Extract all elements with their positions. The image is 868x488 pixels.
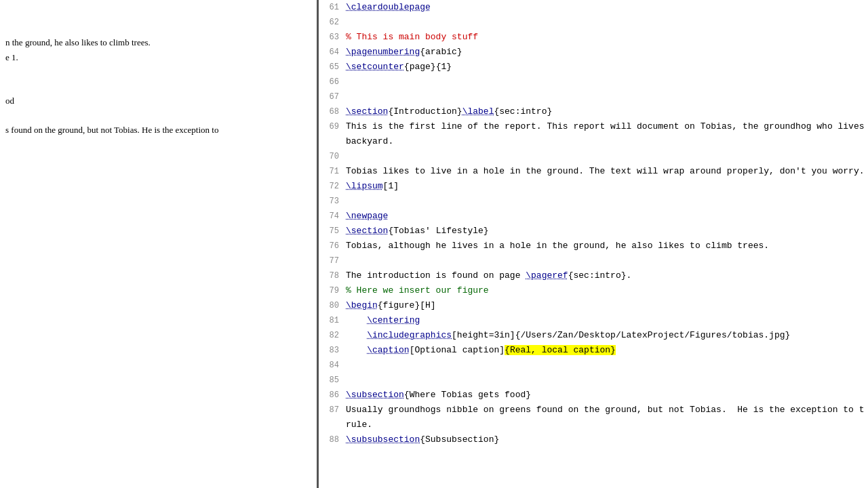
line-number: 76 bbox=[321, 239, 346, 253]
line-content: Tobias likes to live in a hole in the gr… bbox=[346, 164, 865, 179]
line-number: 80 bbox=[321, 298, 346, 313]
line-content: \centering bbox=[346, 313, 865, 328]
line-content: \newpage bbox=[346, 209, 865, 224]
latex-text: {Tobias' Lifestyle} bbox=[388, 226, 488, 236]
code-line[interactable]: 82 \includegraphics[height=3in]{/Users/Z… bbox=[319, 328, 868, 343]
line-number: 77 bbox=[321, 253, 346, 268]
preview-content: n the ground, he also likes to climb tre… bbox=[5, 7, 311, 137]
line-number: 85 bbox=[321, 373, 346, 388]
code-line[interactable]: 75\section{Tobias' Lifestyle} bbox=[319, 224, 868, 239]
code-editor-panel[interactable]: 61\cleardoublepage6263% This is main bod… bbox=[319, 0, 868, 488]
latex-command: \pagenumbering bbox=[346, 47, 420, 57]
line-number: 63 bbox=[321, 30, 346, 45]
latex-command: \lipsum bbox=[346, 181, 383, 191]
latex-command: \centering bbox=[367, 315, 420, 325]
code-line[interactable]: 88\subsubsection{Subsubsection} bbox=[319, 432, 868, 447]
line-number: 86 bbox=[321, 388, 346, 403]
preview-line bbox=[5, 65, 311, 79]
line-content: \lipsum[1] bbox=[346, 179, 865, 194]
preview-line: s found on the ground, but not Tobias. H… bbox=[5, 123, 311, 137]
code-line[interactable]: 64\pagenumbering{arabic} bbox=[319, 45, 868, 60]
line-content: Usually groundhogs nibble on greens foun… bbox=[346, 403, 865, 418]
latex-text: {Subsubsection} bbox=[420, 434, 499, 445]
code-line[interactable]: 71Tobias likes to live in a hole in the … bbox=[319, 164, 868, 179]
latex-command: \label bbox=[462, 106, 494, 117]
line-number: 71 bbox=[321, 164, 346, 179]
line-content: \begin{figure}[H] bbox=[346, 298, 865, 313]
latex-text bbox=[346, 315, 367, 325]
latex-text: This is the first line of the report. Th… bbox=[346, 121, 868, 131]
preview-line bbox=[5, 109, 311, 123]
code-line[interactable]: 62 bbox=[319, 15, 868, 30]
code-line[interactable]: 87Usually groundhogs nibble on greens fo… bbox=[319, 403, 868, 418]
code-line[interactable]: 83 \caption[Optional caption]{Real, loca… bbox=[319, 343, 868, 358]
latex-command: \newpage bbox=[346, 211, 388, 221]
code-line[interactable]: 70 bbox=[319, 149, 868, 164]
latex-text bbox=[346, 345, 367, 355]
line-number: 62 bbox=[321, 15, 346, 30]
latex-command: \subsubsection bbox=[346, 434, 420, 445]
latex-text: {arabic} bbox=[420, 47, 462, 57]
latex-text: Tobias likes to live in a hole in the gr… bbox=[346, 166, 865, 176]
line-number: 61 bbox=[321, 0, 346, 15]
code-line[interactable]: 66 bbox=[319, 75, 868, 89]
line-number: 81 bbox=[321, 313, 346, 328]
line-content: The introduction is found on page \pager… bbox=[346, 268, 865, 283]
preview-line bbox=[5, 22, 311, 35]
latex-command: \subsection bbox=[346, 390, 404, 400]
line-number: 68 bbox=[321, 104, 346, 119]
latex-command: \section bbox=[346, 106, 388, 117]
code-area[interactable]: 61\cleardoublepage6263% This is main bod… bbox=[319, 0, 868, 488]
code-line[interactable]: 74\newpage bbox=[319, 209, 868, 224]
code-line[interactable]: 81 \centering bbox=[319, 313, 868, 328]
line-number: 87 bbox=[321, 403, 346, 418]
line-content: % Here we insert our figure bbox=[346, 283, 865, 298]
preview-line: e 1. bbox=[5, 51, 311, 64]
line-number: 69 bbox=[321, 119, 346, 134]
latex-text bbox=[346, 330, 367, 340]
code-line[interactable]: 79% Here we insert our figure bbox=[319, 283, 868, 298]
code-line[interactable]: 80\begin{figure}[H] bbox=[319, 298, 868, 313]
code-line[interactable]: 68\section{Introduction}\label{sec:intro… bbox=[319, 104, 868, 119]
line-number: 66 bbox=[321, 75, 346, 89]
preview-line bbox=[5, 80, 311, 94]
latex-text: {Introduction} bbox=[388, 106, 462, 117]
code-line[interactable]: 69This is the first line of the report. … bbox=[319, 119, 868, 134]
latex-command: \caption bbox=[367, 345, 409, 355]
line-number: 72 bbox=[321, 179, 346, 194]
highlighted-text: {Real, local caption} bbox=[505, 345, 616, 355]
preview-line bbox=[5, 7, 311, 20]
code-line[interactable]: backyard. bbox=[319, 134, 868, 149]
latex-text: {Where Tobias gets food} bbox=[404, 390, 531, 400]
line-content: rule. bbox=[346, 418, 865, 432]
code-line[interactable]: 63% This is main body stuff bbox=[319, 30, 868, 45]
code-line[interactable]: 84 bbox=[319, 358, 868, 373]
code-line[interactable]: rule. bbox=[319, 418, 868, 432]
line-number: 88 bbox=[321, 432, 346, 447]
latex-text: backyard. bbox=[346, 136, 393, 146]
line-content: \includegraphics[height=3in]{/Users/Zan/… bbox=[346, 328, 865, 343]
line-number: 70 bbox=[321, 149, 346, 164]
latex-text: Usually groundhogs nibble on greens foun… bbox=[346, 405, 865, 415]
latex-command: \setcounter bbox=[346, 62, 404, 72]
line-content: \pagenumbering{arabic} bbox=[346, 45, 865, 60]
line-content: \subsection{Where Tobias gets food} bbox=[346, 388, 865, 403]
preview-panel: n the ground, he also likes to climb tre… bbox=[0, 0, 319, 488]
code-line[interactable]: 65\setcounter{page}{1} bbox=[319, 60, 868, 75]
code-line[interactable]: 76Tobias, although he lives in a hole in… bbox=[319, 239, 868, 253]
line-content: This is the first line of the report. Th… bbox=[346, 119, 868, 134]
code-line[interactable]: 86\subsection{Where Tobias gets food} bbox=[319, 388, 868, 403]
code-line[interactable]: 72\lipsum[1] bbox=[319, 179, 868, 194]
latex-text: {figure}[H] bbox=[378, 300, 436, 310]
line-content: backyard. bbox=[346, 134, 865, 149]
latex-text: [height=3in]{/Users/Zan/Desktop/LatexPro… bbox=[452, 330, 790, 340]
code-line[interactable]: 77 bbox=[319, 253, 868, 268]
code-line[interactable]: 61\cleardoublepage bbox=[319, 0, 868, 15]
code-line[interactable]: 85 bbox=[319, 373, 868, 388]
latex-text: {page}{1} bbox=[404, 62, 452, 72]
line-number: 82 bbox=[321, 328, 346, 343]
code-line[interactable]: 73 bbox=[319, 194, 868, 209]
latex-comment: % This is main body stuff bbox=[346, 32, 478, 42]
code-line[interactable]: 78The introduction is found on page \pag… bbox=[319, 268, 868, 283]
code-line[interactable]: 67 bbox=[319, 89, 868, 104]
